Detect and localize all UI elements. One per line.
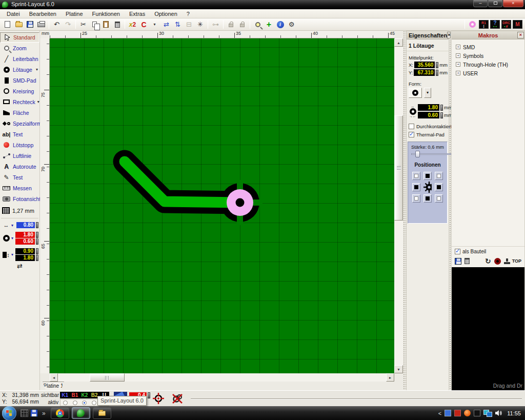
align-button[interactable]: ⊟ (184, 19, 194, 30)
zoom-button[interactable] (252, 19, 263, 30)
horizontal-scrollbar[interactable]: ◄ ► (50, 373, 394, 382)
mirror-horizontal-button[interactable]: ⇄ (161, 19, 172, 30)
scroll-left-button[interactable]: ◄ (50, 373, 58, 382)
field-spinner[interactable] (36, 255, 38, 261)
disable-snap-button[interactable] (170, 391, 185, 406)
stamp-icon[interactable] (504, 258, 510, 264)
layer-k1[interactable]: K1 (60, 392, 70, 398)
chevron-down-icon[interactable]: ▾ (37, 99, 39, 104)
tree-item-symbols[interactable]: + Symbols (456, 51, 524, 60)
active-layer-radio-b2[interactable] (92, 401, 96, 405)
expand-icon[interactable]: + (456, 71, 460, 75)
slider-knob[interactable] (415, 151, 420, 157)
cut-button[interactable]: ✂ (78, 19, 89, 30)
swap-values-button[interactable]: ⇄ (1, 262, 38, 270)
copy-button[interactable] (89, 19, 100, 30)
restore-button[interactable] (488, 0, 502, 7)
tool-standard[interactable]: Standard (0, 32, 39, 43)
component-check-button[interactable]: ?▪ ▪ (490, 19, 500, 30)
field-spinner[interactable] (440, 112, 443, 118)
field-spinner[interactable] (436, 62, 438, 68)
close-button[interactable]: × (503, 0, 523, 7)
scroll-up-button[interactable]: ▲ (394, 38, 403, 47)
track-width-field[interactable]: 0.80 (16, 222, 35, 228)
delete-button[interactable] (112, 19, 123, 30)
tree-item-user[interactable]: + USER (456, 69, 524, 77)
tool-rechteck[interactable]: Rechteck ▾ (0, 96, 39, 107)
thermal-pad-checkbox[interactable] (409, 132, 414, 137)
tray-display-icon[interactable] (474, 410, 480, 416)
photoview-pad-button[interactable] (467, 19, 478, 30)
active-layer-radio-k1[interactable] (63, 401, 68, 405)
tool-loetauge[interactable]: Lötauge ▾ (0, 64, 39, 75)
pad-inner-field[interactable]: 0.60 (15, 238, 35, 245)
field-spinner[interactable] (436, 70, 438, 76)
field-spinner[interactable] (36, 222, 38, 228)
drc-button[interactable]: DRC▪✘ (501, 19, 512, 30)
scroll-right-button[interactable]: ► (386, 373, 394, 382)
undo-button[interactable]: ↶ (51, 19, 62, 30)
redo-button[interactable]: ↷ (63, 19, 73, 30)
position-button-e[interactable] (435, 183, 443, 191)
lock-button[interactable] (226, 19, 236, 30)
quicklaunch-more-chevron[interactable]: » (42, 410, 46, 417)
menu-platine[interactable]: Platine (61, 10, 88, 17)
snap-button[interactable]: ✳ (195, 19, 206, 30)
through-plated-checkbox[interactable] (409, 124, 414, 129)
smd-width-field[interactable]: 0.90 (15, 248, 35, 254)
tool-test[interactable]: ✎ Test (0, 172, 39, 183)
center-button[interactable]: + (264, 19, 274, 30)
tool-messen[interactable]: Messen (0, 183, 39, 193)
tree-item-smd[interactable]: + SMD (456, 43, 524, 51)
pad-form-button[interactable] (409, 88, 422, 98)
y-coordinate-field[interactable]: 67.310 (414, 69, 435, 76)
duplicate-button[interactable]: x2 (127, 19, 138, 30)
chevron-down-icon[interactable]: ▾ (11, 252, 14, 257)
macro-button[interactable]: M (512, 19, 523, 30)
close-panel-button[interactable]: × (517, 32, 524, 38)
position-button-n[interactable] (423, 172, 432, 180)
chevron-down-icon[interactable]: ▾ (11, 223, 15, 228)
expand-icon[interactable]: + (456, 62, 460, 67)
position-button-ne[interactable] (435, 172, 443, 180)
tray-collapse-chevron[interactable]: < (438, 410, 441, 416)
active-layer-radio-b1[interactable] (73, 401, 77, 405)
horizontal-scroll-thumb[interactable] (90, 373, 125, 382)
taskbar-chrome-button[interactable] (51, 407, 69, 419)
position-button-sw[interactable] (412, 194, 420, 203)
taskbar-sprint-layout-button[interactable] (72, 407, 90, 419)
save-macro-button[interactable] (455, 258, 461, 265)
pad-outer-diameter-field[interactable]: 1.80 (418, 104, 439, 111)
tool-spezialform[interactable]: Spezialform (0, 118, 39, 129)
field-spinner[interactable] (148, 392, 150, 398)
menu-help[interactable]: ? (182, 10, 194, 17)
expand-icon[interactable]: + (456, 53, 460, 58)
rotate-dropdown[interactable]: ▾ (150, 19, 160, 30)
tool-fotoansicht[interactable]: Fotoansicht (0, 193, 39, 204)
through-plated-row[interactable]: Durchkontaktiert (407, 122, 449, 130)
position-button-se[interactable] (435, 194, 443, 203)
tool-text[interactable]: ab| Text (0, 129, 39, 139)
tool-kreisring[interactable]: Kreisring (0, 86, 39, 96)
tool-zoom[interactable]: Zoom (0, 43, 39, 53)
vertical-scroll-thumb[interactable] (394, 115, 403, 221)
field-spinner[interactable] (36, 248, 38, 254)
menu-funktionen[interactable]: Funktionen (88, 10, 125, 17)
field-spinner[interactable] (440, 105, 443, 111)
smd-height-field[interactable]: 1.80 (15, 255, 35, 261)
speaker-icon[interactable] (495, 410, 502, 416)
position-button-w[interactable] (412, 183, 420, 191)
start-button[interactable] (2, 406, 16, 420)
layer-k2[interactable]: K2 (79, 392, 89, 398)
pad-drill-diameter-field[interactable]: 0.60 (418, 112, 439, 118)
unlock-button[interactable] (237, 19, 248, 30)
print-button[interactable] (36, 19, 47, 30)
info-button[interactable]: i (275, 19, 286, 30)
delete-macro-button[interactable] (465, 258, 470, 264)
tool-smd-pad[interactable]: SMD-Pad (0, 75, 39, 86)
tool-autoroute[interactable]: A Autoroute (0, 161, 39, 172)
rotate-button[interactable]: C (138, 19, 149, 30)
chevron-down-icon[interactable]: ▾ (36, 67, 38, 72)
active-layer-radio-k2[interactable] (82, 401, 87, 405)
expand-icon[interactable]: + (456, 45, 460, 49)
